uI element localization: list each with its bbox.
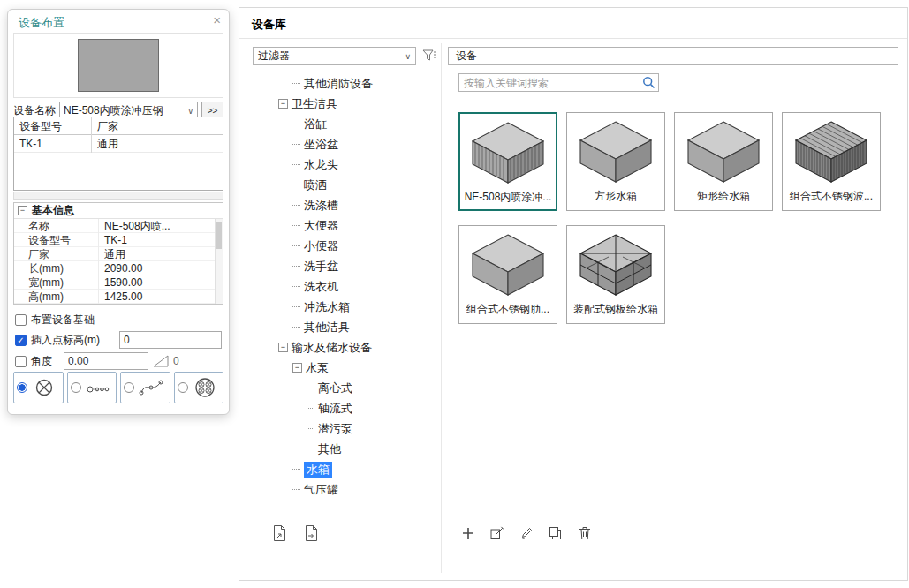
tree-connector: [292, 306, 300, 307]
device-card-grid: NE-508内喷涂冲...方形水箱矩形给水箱组合式不锈钢波...组合式不锈钢肋.…: [458, 112, 898, 324]
device-thumbnail: [567, 113, 664, 189]
tree-connector: [307, 408, 314, 409]
equipment-placement-dialog: 设备布置 × 设备名称 NE-508内喷涂冲压钢 ∨ >> 设备型号 厂家 TK…: [7, 9, 230, 415]
new-device-button[interactable]: [458, 524, 478, 543]
tree-item[interactable]: 冲洗水箱: [239, 297, 432, 317]
tree-item[interactable]: −水泵: [239, 358, 432, 378]
equipment-library-panel: 设备库 过滤器 ∨ 其他消防设备−卫生洁具浴缸坐浴盆水龙头喷洒洗涤槽大便器小便器…: [239, 7, 908, 581]
close-icon[interactable]: ×: [213, 12, 221, 27]
tree-connector: [292, 164, 300, 165]
checkbox-elevation[interactable]: ✓: [15, 335, 27, 346]
spec-col-vendor: 厂家: [92, 117, 223, 135]
filter-funnel-icon[interactable]: [421, 48, 437, 66]
tree-expander-icon[interactable]: −: [278, 99, 288, 109]
tree-item[interactable]: 潜污泵: [239, 418, 432, 439]
tree-expander-icon[interactable]: −: [278, 343, 288, 352]
device-card-label: 组合式不锈钢波...: [783, 189, 880, 204]
application-canvas: 设备布置 × 设备名称 NE-508内喷涂冲压钢 ∨ >> 设备型号 厂家 TK…: [0, 0, 909, 588]
basic-info-vscrollbar[interactable]: [215, 219, 223, 304]
tree-item[interactable]: 轴流式: [239, 398, 432, 418]
checkbox-angle[interactable]: [15, 356, 27, 367]
tree-item[interactable]: 坐浴盆: [239, 134, 432, 155]
tree-item[interactable]: 离心式: [239, 378, 432, 398]
load-library-button[interactable]: [301, 524, 321, 543]
tree-item-label: 喷洒: [304, 177, 327, 193]
rename-device-button[interactable]: [517, 524, 536, 543]
collapse-icon[interactable]: −: [18, 206, 27, 215]
tree-connector: [292, 225, 300, 226]
device-card-label: 组合式不锈钢肋...: [459, 302, 557, 317]
tree-item[interactable]: 喷洒: [239, 175, 432, 195]
elevation-input[interactable]: [119, 331, 222, 349]
radio-single[interactable]: [17, 382, 27, 393]
tree-item-label: 洗手盆: [304, 259, 338, 275]
tree-connector: [292, 124, 300, 124]
delete-device-button[interactable]: [575, 524, 595, 543]
library-title: 设备库: [252, 17, 286, 33]
tree-item[interactable]: 浴缸: [239, 114, 432, 134]
placement-mode-group: [13, 372, 223, 403]
tree-expander-icon[interactable]: −: [292, 363, 302, 373]
tree-item[interactable]: 水龙头: [239, 155, 432, 175]
checkbox-angle-label: 角度: [31, 354, 52, 369]
tree-item-label: 冲洗水箱: [304, 299, 350, 315]
tree-item-label: 输水及储水设备: [292, 340, 372, 356]
radio-along-curve[interactable]: [124, 382, 134, 393]
tree-item[interactable]: −输水及储水设备: [239, 337, 432, 358]
device-card[interactable]: NE-508内喷涂冲...: [458, 112, 557, 211]
spec-table-row[interactable]: TK-1 通用: [14, 135, 223, 153]
magnifier-icon[interactable]: [639, 76, 658, 89]
tree-connector: [292, 469, 300, 470]
spec-table[interactable]: 设备型号 厂家 TK-1 通用: [13, 117, 223, 191]
tree-connector: [292, 327, 300, 328]
placement-mode-array[interactable]: [174, 372, 224, 403]
tree-connector: [292, 205, 300, 206]
placement-mode-single[interactable]: [13, 372, 64, 403]
device-section-header: 设备: [448, 47, 898, 65]
tree-connector: [292, 245, 300, 246]
device-card[interactable]: 组合式不锈钢肋...: [458, 225, 557, 324]
angle-input[interactable]: [64, 352, 148, 370]
tree-item[interactable]: 气压罐: [239, 479, 432, 500]
tree-item-label: 气压罐: [304, 482, 338, 498]
device-card[interactable]: 装配式钢板给水箱: [566, 225, 665, 324]
copy-device-button[interactable]: [546, 524, 565, 543]
tree-connector: [292, 185, 300, 185]
tree-item[interactable]: 洗衣机: [239, 276, 432, 297]
along-curve-placement-icon: [136, 377, 167, 398]
tree-connector: [292, 266, 300, 267]
tree-item[interactable]: 洗手盆: [239, 256, 432, 276]
tree-item[interactable]: 其他洁具: [239, 317, 432, 337]
radio-array[interactable]: [178, 382, 188, 393]
search-input[interactable]: [459, 77, 639, 89]
tree-item[interactable]: 水箱: [239, 459, 432, 479]
tree-item[interactable]: 大便器: [239, 215, 432, 236]
device-card[interactable]: 方形水箱: [566, 112, 665, 211]
spec-table-hscrollbar[interactable]: [13, 192, 223, 200]
edit-device-button[interactable]: [488, 524, 507, 543]
device-thumbnail: [460, 114, 556, 190]
placement-mode-along-line[interactable]: [67, 372, 117, 403]
device-card[interactable]: 组合式不锈钢波...: [782, 112, 881, 211]
tree-item[interactable]: 洗涤槽: [239, 195, 432, 215]
tree-item-label: 轴流式: [318, 401, 352, 417]
radio-along-line[interactable]: [71, 382, 81, 393]
divider: [239, 38, 907, 39]
tree-item[interactable]: 小便器: [239, 236, 432, 256]
tree-item[interactable]: −卫生洁具: [239, 94, 432, 114]
new-library-button[interactable]: [269, 524, 289, 543]
tree-item-label: 小便器: [304, 238, 338, 254]
tree-item-label: 其他洁具: [304, 320, 350, 335]
placement-mode-along-curve[interactable]: [120, 372, 170, 403]
checkbox-base-label: 布置设备基础: [31, 313, 95, 328]
filter-select[interactable]: 过滤器 ∨: [253, 47, 416, 65]
checkbox-elevation-label: 插入点标高(m): [31, 333, 100, 348]
tree-item-label: 大便器: [304, 218, 338, 234]
basic-info-grid: − 基本信息 名称NE-508内喷... 设备型号TK-1 厂家通用 长(mm)…: [13, 202, 223, 305]
splitter[interactable]: [441, 43, 442, 573]
checkbox-base[interactable]: [15, 314, 27, 326]
tree-item-label: 水龙头: [304, 157, 338, 173]
tree-item[interactable]: 其他消防设备: [239, 73, 432, 94]
device-card[interactable]: 矩形给水箱: [674, 112, 773, 211]
tree-item[interactable]: 其他: [239, 439, 432, 459]
